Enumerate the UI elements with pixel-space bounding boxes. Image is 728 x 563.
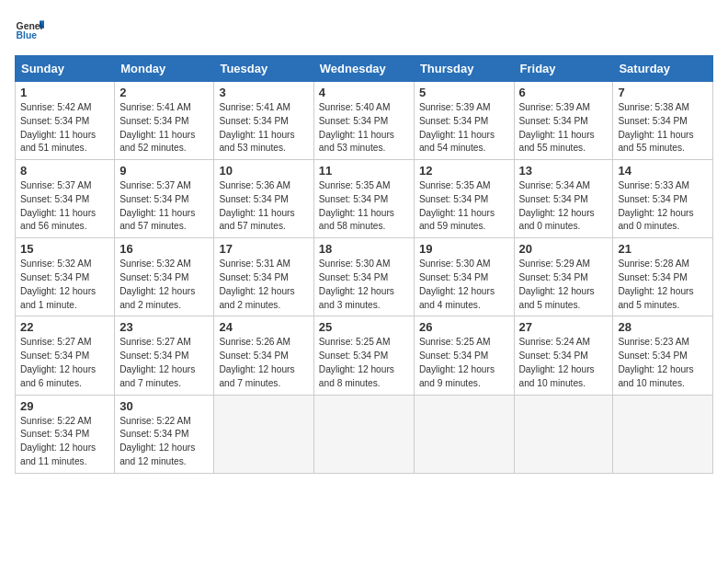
col-thursday: Thursday (414, 56, 514, 82)
table-row: 9Sunrise: 5:37 AMSunset: 5:34 PMDaylight… (115, 160, 214, 238)
col-sunday: Sunday (16, 56, 115, 82)
table-row: 3Sunrise: 5:41 AMSunset: 5:34 PMDaylight… (214, 82, 313, 160)
calendar-header-row: Sunday Monday Tuesday Wednesday Thursday… (16, 56, 713, 82)
table-row: 21Sunrise: 5:28 AMSunset: 5:34 PMDayligh… (613, 238, 713, 316)
table-row: 1Sunrise: 5:42 AMSunset: 5:34 PMDaylight… (16, 82, 115, 160)
table-row: 18Sunrise: 5:30 AMSunset: 5:34 PMDayligh… (313, 238, 414, 316)
calendar-table: Sunday Monday Tuesday Wednesday Thursday… (15, 55, 713, 474)
table-row: 10Sunrise: 5:36 AMSunset: 5:34 PMDayligh… (214, 160, 313, 238)
table-row: 13Sunrise: 5:34 AMSunset: 5:34 PMDayligh… (514, 160, 613, 238)
table-row: 24Sunrise: 5:26 AMSunset: 5:34 PMDayligh… (214, 316, 313, 395)
table-row: 14Sunrise: 5:33 AMSunset: 5:34 PMDayligh… (613, 160, 713, 238)
logo-icon: General Blue (15, 15, 44, 44)
table-row: 17Sunrise: 5:31 AMSunset: 5:34 PMDayligh… (214, 238, 313, 316)
logo: General Blue (15, 15, 48, 44)
col-friday: Friday (514, 56, 613, 82)
table-row: 28Sunrise: 5:23 AMSunset: 5:34 PMDayligh… (613, 316, 713, 395)
table-row: 26Sunrise: 5:25 AMSunset: 5:34 PMDayligh… (414, 316, 514, 395)
table-row (313, 395, 414, 473)
table-row: 20Sunrise: 5:29 AMSunset: 5:34 PMDayligh… (514, 238, 613, 316)
table-row: 15Sunrise: 5:32 AMSunset: 5:34 PMDayligh… (16, 238, 115, 316)
col-tuesday: Tuesday (214, 56, 313, 82)
table-row: 25Sunrise: 5:25 AMSunset: 5:34 PMDayligh… (313, 316, 414, 395)
table-row: 12Sunrise: 5:35 AMSunset: 5:34 PMDayligh… (414, 160, 514, 238)
table-row: 27Sunrise: 5:24 AMSunset: 5:34 PMDayligh… (514, 316, 613, 395)
table-row (613, 395, 713, 473)
table-row (514, 395, 613, 473)
calendar-week-2: 8Sunrise: 5:37 AMSunset: 5:34 PMDaylight… (16, 160, 713, 238)
svg-text:Blue: Blue (17, 30, 38, 40)
col-wednesday: Wednesday (313, 56, 414, 82)
calendar-week-1: 1Sunrise: 5:42 AMSunset: 5:34 PMDaylight… (16, 82, 713, 160)
table-row: 16Sunrise: 5:32 AMSunset: 5:34 PMDayligh… (115, 238, 214, 316)
col-saturday: Saturday (613, 56, 713, 82)
calendar-week-4: 22Sunrise: 5:27 AMSunset: 5:34 PMDayligh… (16, 316, 713, 395)
table-row: 6Sunrise: 5:39 AMSunset: 5:34 PMDaylight… (514, 82, 613, 160)
table-row: 5Sunrise: 5:39 AMSunset: 5:34 PMDaylight… (414, 82, 514, 160)
col-monday: Monday (115, 56, 214, 82)
calendar-week-3: 15Sunrise: 5:32 AMSunset: 5:34 PMDayligh… (16, 238, 713, 316)
table-row: 19Sunrise: 5:30 AMSunset: 5:34 PMDayligh… (414, 238, 514, 316)
table-row: 23Sunrise: 5:27 AMSunset: 5:34 PMDayligh… (115, 316, 214, 395)
table-row: 30Sunrise: 5:22 AMSunset: 5:34 PMDayligh… (115, 395, 214, 473)
table-row: 2Sunrise: 5:41 AMSunset: 5:34 PMDaylight… (115, 82, 214, 160)
table-row: 22Sunrise: 5:27 AMSunset: 5:34 PMDayligh… (16, 316, 115, 395)
table-row (414, 395, 514, 473)
page-header: General Blue (15, 15, 713, 44)
table-row: 7Sunrise: 5:38 AMSunset: 5:34 PMDaylight… (613, 82, 713, 160)
table-row: 4Sunrise: 5:40 AMSunset: 5:34 PMDaylight… (313, 82, 414, 160)
table-row (214, 395, 313, 473)
calendar-week-5: 29Sunrise: 5:22 AMSunset: 5:34 PMDayligh… (16, 395, 713, 473)
table-row: 29Sunrise: 5:22 AMSunset: 5:34 PMDayligh… (16, 395, 115, 473)
table-row: 8Sunrise: 5:37 AMSunset: 5:34 PMDaylight… (16, 160, 115, 238)
table-row: 11Sunrise: 5:35 AMSunset: 5:34 PMDayligh… (313, 160, 414, 238)
